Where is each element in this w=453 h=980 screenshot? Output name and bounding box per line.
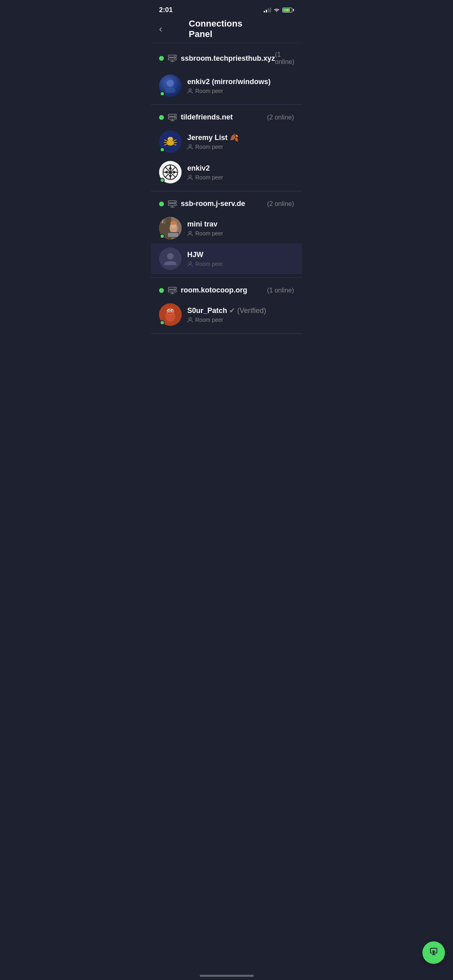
peer-item-enkiv2-wheel[interactable]: enkiv2 Room peer — [151, 157, 302, 187]
peer-item-minitrav[interactable]: mini trav Room peer — [151, 213, 302, 243]
svg-point-62 — [174, 290, 175, 291]
wifi-icon — [273, 8, 280, 12]
svg-point-67 — [166, 308, 174, 315]
peer-online-indicator — [160, 91, 165, 96]
room-online-dot-3 — [159, 202, 164, 206]
avatar-wrap-hjw — [159, 247, 182, 270]
svg-point-6 — [167, 80, 174, 87]
svg-rect-55 — [168, 233, 178, 237]
avatar-wrap-enkiv2-wheel — [159, 161, 182, 183]
room-section-1: ssbroom.techpriesthub.xyz (1 online) enk… — [151, 43, 302, 105]
room-header-2: tildefriends.net (2 online) — [151, 105, 302, 126]
svg-point-57 — [167, 253, 174, 259]
peer-name: enkiv2 (mirror/windows) — [187, 78, 294, 86]
room-header-3: ssb-room.j-serv.de (2 online) — [151, 191, 302, 213]
room-name-1: ssbroom.techpriesthub.xyz — [181, 54, 275, 63]
avatar-hjw — [159, 247, 182, 270]
room-section-2: tildefriends.net (2 online) — [151, 105, 302, 191]
svg-point-2 — [174, 56, 175, 57]
svg-point-71 — [172, 310, 173, 311]
avatar-image-hjw — [162, 251, 178, 267]
svg-point-53 — [170, 221, 177, 225]
back-button[interactable]: ‹ — [159, 22, 165, 36]
avatar-wrap-minitrav — [159, 217, 182, 239]
avatar-image — [163, 78, 178, 93]
peer-item-enkiv2-mirror[interactable]: enkiv2 (mirror/windows) Room peer — [151, 70, 302, 101]
person-icon — [187, 175, 193, 180]
verified-label: ✔ (Verified) — [229, 307, 266, 315]
room-header-1: ssbroom.techpriesthub.xyz (1 online) — [151, 43, 302, 70]
room-name-4: room.kotocoop.org — [181, 286, 247, 294]
room-header-left-1: ssbroom.techpriesthub.xyz — [159, 54, 275, 63]
peer-item-hjw[interactable]: HJW Room peer — [151, 243, 302, 274]
peer-name-minitrav: mini trav — [187, 220, 294, 229]
svg-point-56 — [189, 231, 191, 233]
person-icon — [187, 231, 193, 236]
peer-role-minitrav: Room peer — [187, 230, 294, 237]
svg-rect-49 — [162, 218, 163, 223]
peer-online-indicator-jeremy — [160, 147, 165, 152]
svg-point-28 — [189, 145, 191, 147]
peer-item-s0ur[interactable]: S0ur_Patch ✔ (Verified) Room peer — [151, 299, 302, 330]
svg-rect-50 — [164, 218, 165, 224]
svg-rect-48 — [160, 218, 161, 223]
svg-point-43 — [174, 204, 175, 205]
peer-info-minitrav: mini trav Room peer — [187, 220, 294, 237]
svg-point-21 — [172, 139, 172, 140]
avatar-image-jeremy — [162, 133, 179, 150]
svg-point-58 — [189, 261, 191, 264]
peer-name-jeremy: Jeremy List 🍂 — [187, 133, 294, 142]
room-name-2: tildefriends.net — [181, 113, 233, 121]
signal-icon — [264, 8, 271, 12]
room-header-4: room.kotocoop.org (1 online) — [151, 278, 302, 299]
room-name-3: ssb-room.j-serv.de — [181, 200, 245, 208]
svg-point-17 — [168, 137, 173, 142]
peer-online-indicator-enkiv2w — [160, 178, 165, 183]
person-icon — [187, 88, 193, 94]
svg-point-61 — [174, 288, 175, 288]
room-section-4: room.kotocoop.org (1 online) — [151, 278, 302, 334]
peer-info-jeremy: Jeremy List 🍂 Room peer — [187, 133, 294, 150]
room-count-3: (2 online) — [267, 200, 294, 208]
server-icon-3 — [168, 200, 177, 208]
svg-point-39 — [189, 175, 191, 177]
peer-role-jeremy: Room peer — [187, 144, 294, 150]
server-icon-4 — [168, 287, 177, 294]
battery-icon: ⚡ — [282, 8, 294, 12]
svg-point-11 — [174, 115, 175, 115]
peer-name-hjw: HJW — [187, 251, 294, 259]
person-icon — [187, 317, 193, 323]
room-section-3: ssb-room.j-serv.de (2 online) — [151, 191, 302, 278]
svg-point-12 — [174, 117, 175, 118]
page-title: Connections Panel — [189, 19, 265, 39]
room-online-dot-2 — [159, 115, 164, 120]
peer-name-s0ur: S0ur_Patch ✔ (Verified) — [187, 306, 294, 315]
peer-role-hjw: Room peer — [187, 261, 294, 267]
peer-info-enkiv2w: enkiv2 Room peer — [187, 164, 294, 181]
header: ‹ Connections Panel — [151, 18, 302, 43]
room-count-1: (1 online) — [275, 51, 294, 66]
peer-info: enkiv2 (mirror/windows) Room peer — [187, 78, 294, 94]
peer-online-indicator-s0ur — [160, 320, 165, 325]
room-count-4: (1 online) — [267, 287, 294, 294]
svg-point-42 — [174, 201, 175, 202]
status-bar: 2:01 ⚡ — [151, 0, 302, 18]
avatar-wrap — [159, 74, 182, 97]
svg-point-20 — [169, 139, 170, 140]
person-icon — [187, 144, 193, 150]
peer-role-enkiv2w: Room peer — [187, 174, 294, 181]
room-header-left-3: ssb-room.j-serv.de — [159, 200, 245, 208]
status-icons: ⚡ — [264, 8, 294, 12]
peer-role: Room peer — [187, 88, 294, 94]
peer-info-hjw: HJW Room peer — [187, 251, 294, 267]
peer-name-enkiv2w: enkiv2 — [187, 164, 294, 173]
peer-info-s0ur: S0ur_Patch ✔ (Verified) Room peer — [187, 306, 294, 323]
room-count-2: (2 online) — [267, 114, 294, 121]
person-icon — [187, 261, 193, 267]
peer-item-jeremy[interactable]: Jeremy List 🍂 Room peer — [151, 126, 302, 157]
svg-point-7 — [165, 87, 176, 93]
server-icon-1 — [168, 55, 177, 62]
avatar-wrap-jeremy — [159, 130, 182, 153]
svg-point-70 — [168, 310, 170, 311]
svg-point-72 — [189, 318, 191, 320]
